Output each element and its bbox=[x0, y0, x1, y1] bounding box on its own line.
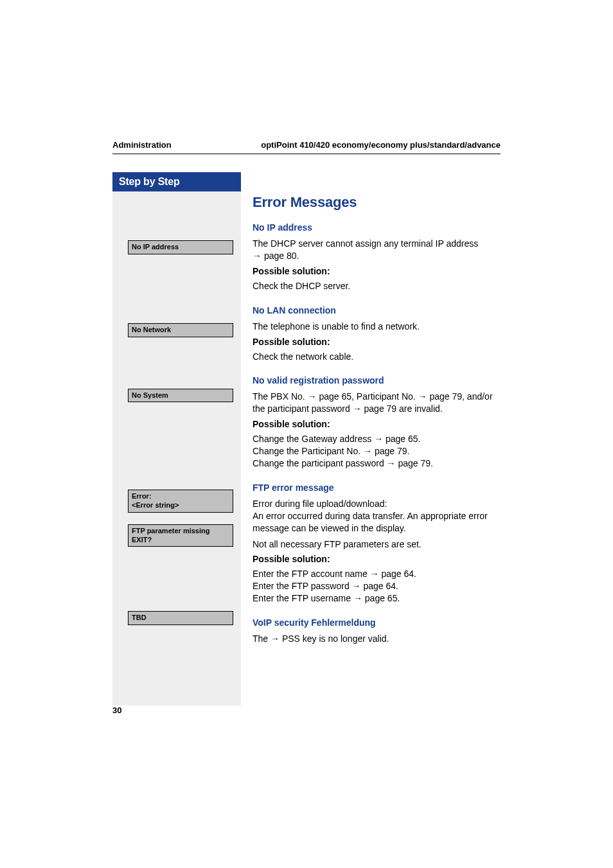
text-fragment: The bbox=[253, 633, 271, 644]
page: Administration optiPoint 410/420 economy… bbox=[0, 0, 613, 705]
display-box-tbd: TBD bbox=[128, 611, 233, 625]
solution-label: Possible solution: bbox=[253, 266, 501, 276]
text-no-lan: The telephone is unable to find a networ… bbox=[253, 321, 501, 333]
text-voip-sec: The → PSS key is no longer valid. bbox=[253, 633, 501, 645]
solution-label: Possible solution: bbox=[253, 419, 501, 429]
text-no-valid-reg: The PBX No. → page 65, Participant No. →… bbox=[253, 391, 501, 415]
solution-text: Check the DHCP server. bbox=[253, 280, 501, 292]
sidebar-body: No IP address No Network No System Error… bbox=[112, 191, 241, 705]
text-fragment: The PBX No. bbox=[253, 391, 308, 402]
display-box-no-ip: No IP address bbox=[128, 240, 233, 254]
arrow-icon: → bbox=[363, 446, 372, 456]
text-ftp-params: Not all necessary FTP parameters are set… bbox=[253, 538, 501, 551]
text-fragment: page 80. bbox=[262, 251, 299, 261]
display-box-no-system: No System bbox=[128, 389, 233, 403]
text-fragment: An error occurred during data transfer. … bbox=[253, 511, 488, 533]
text-fragment: The DHCP server cannot assign any termin… bbox=[253, 238, 478, 249]
display-box-ftp: FTP parameter missing EXIT? bbox=[128, 524, 233, 547]
arrow-icon: → bbox=[418, 391, 427, 402]
arrow-icon: → bbox=[387, 458, 396, 468]
arrow-icon: → bbox=[353, 593, 362, 603]
header-left: Administration bbox=[112, 140, 172, 150]
text-fragment: Enter the FTP username bbox=[253, 593, 353, 603]
text-fragment: page 64. bbox=[379, 569, 416, 579]
arrow-icon: → bbox=[308, 391, 317, 402]
arrow-icon: → bbox=[374, 434, 383, 444]
main-content: Error Messages No IP address The DHCP se… bbox=[253, 172, 501, 649]
subheading-no-lan: No LAN connection bbox=[253, 305, 501, 315]
text-fragment: page 79 are invalid. bbox=[362, 403, 443, 414]
text-ftp-intro: Error during file upload/download: An er… bbox=[253, 498, 501, 535]
text-no-ip: The DHCP server cannot assign any termin… bbox=[253, 238, 501, 262]
solution-text: Check the network cable. bbox=[253, 351, 501, 363]
text-fragment: page 65, Participant No. bbox=[317, 391, 418, 402]
text-fragment: page 79. bbox=[396, 458, 433, 468]
display-box-error: Error: <Error string> bbox=[128, 490, 233, 513]
text-fragment: page 64. bbox=[361, 581, 398, 591]
text-fragment: Change the Participant No. bbox=[253, 446, 363, 456]
text-fragment: PSS key is no longer valid. bbox=[280, 633, 389, 644]
text-fragment: page 65. bbox=[383, 434, 420, 444]
solution-label: Possible solution: bbox=[253, 554, 501, 564]
display-box-ftp-line1: FTP parameter missing bbox=[132, 527, 229, 536]
text-fragment: Change the participant password bbox=[253, 458, 387, 468]
arrow-icon: → bbox=[353, 403, 362, 414]
text-fragment: Error during file upload/download: bbox=[253, 499, 387, 509]
subheading-ftp-error: FTP error message bbox=[253, 483, 501, 493]
display-box-error-line2: <Error string> bbox=[132, 501, 229, 510]
text-fragment: page 79. bbox=[372, 446, 409, 456]
text-fragment: Enter the FTP account name bbox=[253, 569, 370, 579]
subheading-voip-sec: VoIP security Fehlermeldung bbox=[253, 617, 501, 628]
running-header: Administration optiPoint 410/420 economy… bbox=[112, 140, 501, 154]
subheading-no-valid-reg: No valid registration password bbox=[253, 375, 501, 385]
text-fragment: Enter the FTP password bbox=[253, 581, 352, 591]
section-heading: Error Messages bbox=[253, 194, 501, 211]
arrow-icon: → bbox=[253, 251, 262, 261]
display-box-error-line1: Error: bbox=[132, 492, 229, 501]
display-box-ftp-line2: EXIT? bbox=[132, 536, 229, 545]
subheading-no-ip: No IP address bbox=[253, 222, 501, 233]
header-right: optiPoint 410/420 economy/economy plus/s… bbox=[261, 140, 501, 150]
arrow-icon: → bbox=[352, 581, 361, 591]
display-box-no-network: No Network bbox=[128, 323, 233, 337]
sidebar: Step by Step No IP address No Network No… bbox=[112, 172, 241, 705]
solution-label: Possible solution: bbox=[253, 337, 501, 347]
solution-text: Enter the FTP account name → page 64. En… bbox=[253, 568, 501, 605]
arrow-icon: → bbox=[370, 569, 379, 579]
arrow-icon: → bbox=[271, 633, 280, 644]
two-column-layout: Step by Step No IP address No Network No… bbox=[112, 172, 501, 705]
sidebar-title: Step by Step bbox=[112, 172, 241, 191]
page-number: 30 bbox=[112, 705, 121, 715]
text-fragment: page 65. bbox=[362, 593, 400, 603]
text-fragment: Change the Gateway address bbox=[253, 434, 374, 444]
solution-text: Change the Gateway address → page 65. Ch… bbox=[253, 433, 501, 470]
